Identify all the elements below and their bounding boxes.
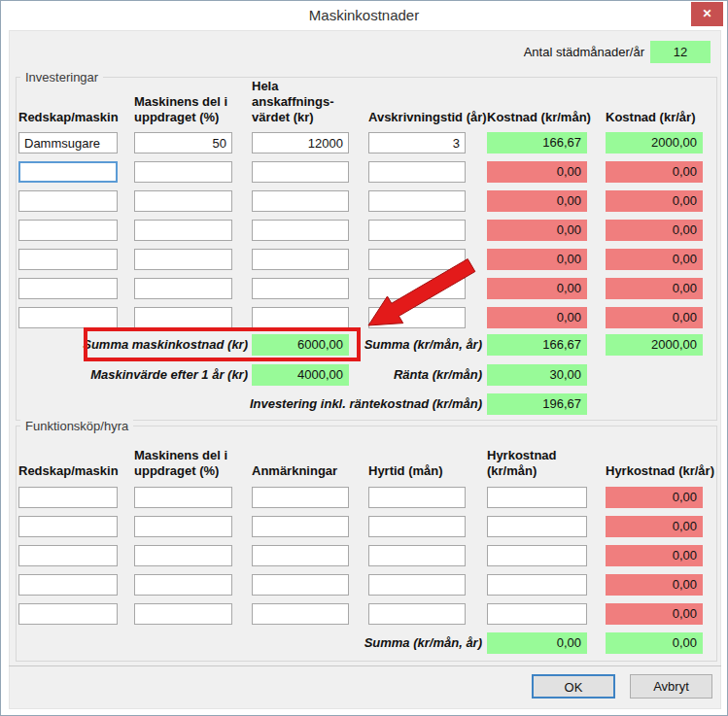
- redskap-input[interactable]: [18, 574, 118, 596]
- del-uppdraget-input[interactable]: [134, 574, 232, 596]
- kostnad-man-value: 0,00: [487, 190, 587, 212]
- del-uppdraget-input[interactable]: [134, 161, 232, 183]
- close-icon[interactable]: ✕: [691, 2, 723, 26]
- kostnad-man-value: 0,00: [487, 220, 587, 241]
- avskrivningstid-input[interactable]: [368, 278, 466, 299]
- summa-man-value: 166,67: [487, 334, 587, 356]
- hyrtid-input[interactable]: [368, 603, 466, 625]
- redskap-input[interactable]: [18, 161, 118, 183]
- hyrkostnad-man-input[interactable]: [487, 516, 587, 537]
- hyrkostnad-ar-value: 0,00: [606, 574, 703, 596]
- redskap-input[interactable]: [18, 132, 118, 153]
- header-hyrkostnad-ar: Hyrkostnad (kr/år): [606, 440, 703, 479]
- hyrkostnad-man-input[interactable]: [487, 574, 587, 596]
- hyrkostnad-ar-value: 0,00: [606, 487, 703, 508]
- del-uppdraget-input[interactable]: [134, 307, 232, 328]
- anskaffningsvarde-input[interactable]: [252, 249, 349, 270]
- anskaffningsvarde-input[interactable]: [252, 132, 349, 153]
- summa-man-value: 0,00: [487, 632, 587, 654]
- hyrtid-input[interactable]: [368, 516, 466, 537]
- anmarkningar-input[interactable]: [252, 603, 349, 625]
- anmarkningar-input[interactable]: [252, 487, 349, 508]
- del-uppdraget-input[interactable]: [134, 487, 232, 508]
- window-title: Maskinkostnader: [1, 7, 727, 23]
- anskaffningsvarde-input[interactable]: [252, 190, 349, 212]
- del-uppdraget-input[interactable]: [134, 603, 232, 625]
- hyrkostnad-man-input[interactable]: [487, 487, 587, 508]
- header-maskinens-del: Maskinens del i uppdraget (%): [134, 86, 232, 125]
- redskap-input[interactable]: [18, 249, 118, 270]
- antal-stadmanader-value: 12: [650, 41, 711, 63]
- hyrkostnad-man-input[interactable]: [487, 545, 587, 566]
- redskap-input[interactable]: [18, 190, 118, 212]
- anskaffningsvarde-input[interactable]: [252, 278, 349, 299]
- kostnad-man-value: 0,00: [487, 161, 587, 183]
- summa-maskinkostnad-label: Summa maskinkostnad (kr): [18, 334, 248, 356]
- summa-kr-man-ar-label: Summa (kr/mån, år): [312, 632, 482, 654]
- header-redskap: Redskap/maskin: [18, 440, 118, 479]
- cancel-button[interactable]: Avbryt: [630, 674, 712, 699]
- avskrivningstid-input[interactable]: [368, 249, 466, 270]
- header-redskap: Redskap/maskin: [18, 86, 118, 125]
- header-hyrtid: Hyrtid (mån): [368, 440, 466, 479]
- avskrivningstid-input[interactable]: [368, 220, 466, 241]
- kostnad-ar-value: 0,00: [606, 190, 703, 212]
- hyrkostnad-ar-value: 0,00: [606, 516, 703, 537]
- anmarkningar-input[interactable]: [252, 545, 349, 566]
- avskrivningstid-input[interactable]: [368, 190, 466, 212]
- redskap-input[interactable]: [18, 278, 118, 299]
- ranta-value: 30,00: [487, 364, 587, 386]
- hyrkostnad-ar-value: 0,00: [606, 545, 703, 566]
- del-uppdraget-input[interactable]: [134, 220, 232, 241]
- kostnad-man-value: 166,67: [487, 132, 587, 153]
- redskap-input[interactable]: [18, 516, 118, 537]
- header-anmarkningar: Anmärkningar: [252, 440, 349, 479]
- avskrivningstid-input[interactable]: [368, 307, 466, 328]
- header-kostnad-ar: Kostnad (kr/år): [606, 86, 703, 125]
- hyrkostnad-man-input[interactable]: [487, 603, 587, 625]
- hyrtid-input[interactable]: [368, 574, 466, 596]
- kostnad-ar-value: 0,00: [606, 220, 703, 241]
- kostnad-ar-value: 0,00: [606, 278, 703, 299]
- del-uppdraget-input[interactable]: [134, 190, 232, 212]
- avskrivningstid-input[interactable]: [368, 132, 466, 153]
- del-uppdraget-input[interactable]: [134, 278, 232, 299]
- hyrkostnad-ar-value: 0,00: [606, 603, 703, 625]
- anskaffningsvarde-input[interactable]: [252, 161, 349, 183]
- summa-ar-value: 2000,00: [606, 334, 703, 356]
- kostnad-ar-value: 0,00: [606, 307, 703, 328]
- funktionskop-group-label: Funktionsköp/hyra: [20, 419, 133, 433]
- ranta-label: Ränta (kr/mån): [312, 364, 482, 386]
- redskap-input[interactable]: [18, 603, 118, 625]
- anskaffningsvarde-input[interactable]: [252, 307, 349, 328]
- kostnad-ar-value: 0,00: [606, 249, 703, 270]
- investeringar-group-label: Investeringar: [20, 70, 103, 85]
- del-uppdraget-input[interactable]: [134, 545, 232, 566]
- redskap-input[interactable]: [18, 487, 118, 508]
- redskap-input[interactable]: [18, 545, 118, 566]
- footer-separator: [9, 665, 721, 666]
- kostnad-man-value: 0,00: [487, 249, 587, 270]
- del-uppdraget-input[interactable]: [134, 132, 232, 153]
- header-avskrivningstid: Avskrivningstid (år): [368, 86, 466, 125]
- titlebar: Maskinkostnader ✕: [1, 1, 727, 30]
- avskrivningstid-input[interactable]: [368, 161, 466, 183]
- maskinvarde-label: Maskinvärde efter 1 år (kr): [18, 364, 248, 386]
- redskap-input[interactable]: [18, 220, 118, 241]
- header-maskinens-del: Maskinens del i uppdraget (%): [134, 440, 232, 479]
- del-uppdraget-input[interactable]: [134, 516, 232, 537]
- summa-kr-man-ar-label: Summa (kr/mån, år): [312, 334, 482, 356]
- anmarkningar-input[interactable]: [252, 574, 349, 596]
- redskap-input[interactable]: [18, 307, 118, 328]
- kostnad-man-value: 0,00: [487, 307, 587, 328]
- ok-button[interactable]: OK: [532, 674, 615, 699]
- kostnad-ar-value: 0,00: [606, 161, 703, 183]
- summa-ar-value: 0,00: [606, 632, 703, 654]
- investering-inkl-value: 196,67: [487, 393, 587, 415]
- del-uppdraget-input[interactable]: [134, 249, 232, 270]
- anmarkningar-input[interactable]: [252, 516, 349, 537]
- hyrtid-input[interactable]: [368, 487, 466, 508]
- anskaffningsvarde-input[interactable]: [252, 220, 349, 241]
- maskinkostnader-dialog: Maskinkostnader ✕ Antal städmånader/år 1…: [0, 0, 728, 716]
- hyrtid-input[interactable]: [368, 545, 466, 566]
